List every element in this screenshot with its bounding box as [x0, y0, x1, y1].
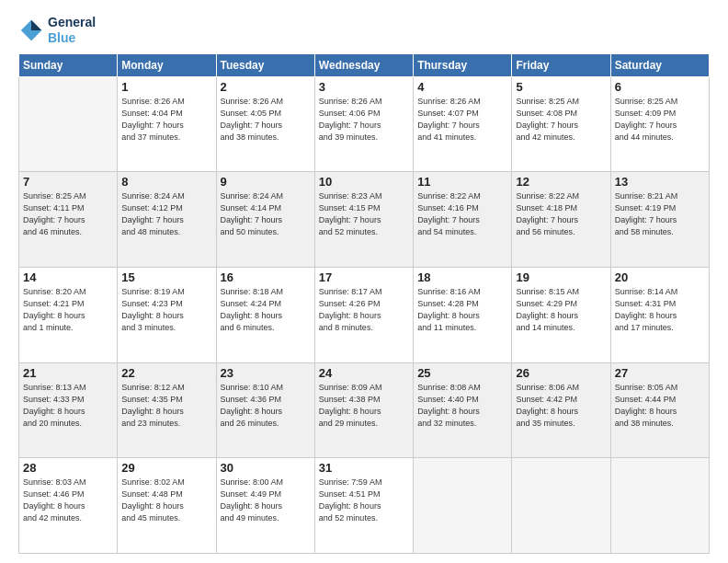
- logo-text: General Blue: [48, 15, 96, 46]
- calendar-header-thursday: Thursday: [414, 53, 512, 76]
- day-number: 8: [121, 175, 211, 189]
- day-number: 22: [121, 366, 211, 380]
- day-number: 2: [221, 80, 311, 94]
- day-info: Sunrise: 8:23 AM Sunset: 4:15 PM Dayligh…: [319, 190, 409, 238]
- day-number: 10: [319, 175, 409, 189]
- day-info: Sunrise: 8:06 AM Sunset: 4:42 PM Dayligh…: [516, 382, 606, 430]
- calendar-cell: 4Sunrise: 8:26 AM Sunset: 4:07 PM Daylig…: [414, 76, 512, 172]
- svg-marker-2: [31, 30, 41, 40]
- day-number: 3: [319, 80, 409, 94]
- day-info: Sunrise: 8:26 AM Sunset: 4:07 PM Dayligh…: [417, 96, 507, 144]
- calendar-cell: 7Sunrise: 8:25 AM Sunset: 4:11 PM Daylig…: [19, 172, 118, 268]
- calendar-cell: [610, 458, 709, 554]
- calendar-cell: 13Sunrise: 8:21 AM Sunset: 4:19 PM Dayli…: [610, 172, 709, 268]
- day-info: Sunrise: 8:16 AM Sunset: 4:28 PM Dayligh…: [417, 286, 507, 334]
- svg-marker-1: [31, 20, 41, 30]
- day-info: Sunrise: 8:12 AM Sunset: 4:35 PM Dayligh…: [121, 382, 211, 430]
- calendar-week-2: 7Sunrise: 8:25 AM Sunset: 4:11 PM Daylig…: [19, 172, 710, 268]
- calendar-header-sunday: Sunday: [19, 53, 118, 76]
- day-info: Sunrise: 8:19 AM Sunset: 4:23 PM Dayligh…: [121, 286, 211, 334]
- calendar-cell: 1Sunrise: 8:26 AM Sunset: 4:04 PM Daylig…: [118, 76, 216, 172]
- day-info: Sunrise: 8:24 AM Sunset: 4:14 PM Dayligh…: [221, 190, 311, 238]
- day-number: 14: [23, 270, 113, 284]
- calendar-cell: 8Sunrise: 8:24 AM Sunset: 4:12 PM Daylig…: [118, 172, 216, 268]
- calendar-cell: [414, 458, 512, 554]
- logo-icon: [18, 17, 44, 43]
- calendar-header-wednesday: Wednesday: [314, 53, 413, 76]
- calendar-cell: 24Sunrise: 8:09 AM Sunset: 4:38 PM Dayli…: [314, 362, 413, 458]
- day-number: 9: [221, 175, 311, 189]
- calendar-cell: 11Sunrise: 8:22 AM Sunset: 4:16 PM Dayli…: [414, 172, 512, 268]
- day-info: Sunrise: 8:26 AM Sunset: 4:06 PM Dayligh…: [319, 96, 409, 144]
- calendar-cell: 29Sunrise: 8:02 AM Sunset: 4:48 PM Dayli…: [118, 458, 216, 554]
- day-number: 16: [221, 270, 311, 284]
- day-number: 13: [615, 175, 705, 189]
- calendar-cell: 23Sunrise: 8:10 AM Sunset: 4:36 PM Dayli…: [216, 362, 314, 458]
- calendar-cell: 6Sunrise: 8:25 AM Sunset: 4:09 PM Daylig…: [610, 76, 709, 172]
- calendar-cell: [512, 458, 610, 554]
- calendar-cell: 17Sunrise: 8:17 AM Sunset: 4:26 PM Dayli…: [314, 267, 413, 362]
- logo: General Blue: [18, 15, 96, 46]
- day-number: 11: [417, 175, 507, 189]
- calendar-cell: 27Sunrise: 8:05 AM Sunset: 4:44 PM Dayli…: [610, 362, 709, 458]
- calendar-header-monday: Monday: [118, 53, 216, 76]
- day-number: 29: [121, 461, 211, 475]
- day-number: 21: [23, 366, 113, 380]
- calendar-cell: 15Sunrise: 8:19 AM Sunset: 4:23 PM Dayli…: [118, 267, 216, 362]
- day-number: 5: [516, 80, 606, 94]
- day-number: 7: [23, 175, 113, 189]
- calendar-cell: 20Sunrise: 8:14 AM Sunset: 4:31 PM Dayli…: [610, 267, 709, 362]
- calendar-week-5: 28Sunrise: 8:03 AM Sunset: 4:46 PM Dayli…: [19, 458, 710, 554]
- day-number: 26: [516, 366, 606, 380]
- calendar-cell: 31Sunrise: 7:59 AM Sunset: 4:51 PM Dayli…: [314, 458, 413, 554]
- day-info: Sunrise: 8:25 AM Sunset: 4:08 PM Dayligh…: [516, 96, 606, 144]
- calendar-cell: 5Sunrise: 8:25 AM Sunset: 4:08 PM Daylig…: [512, 76, 610, 172]
- calendar-cell: 3Sunrise: 8:26 AM Sunset: 4:06 PM Daylig…: [314, 76, 413, 172]
- calendar-cell: 22Sunrise: 8:12 AM Sunset: 4:35 PM Dayli…: [118, 362, 216, 458]
- calendar-header-saturday: Saturday: [610, 53, 709, 76]
- day-number: 6: [615, 80, 705, 94]
- calendar-cell: 26Sunrise: 8:06 AM Sunset: 4:42 PM Dayli…: [512, 362, 610, 458]
- day-info: Sunrise: 8:25 AM Sunset: 4:09 PM Dayligh…: [615, 96, 705, 144]
- day-number: 30: [221, 461, 311, 475]
- calendar-cell: 14Sunrise: 8:20 AM Sunset: 4:21 PM Dayli…: [19, 267, 118, 362]
- calendar-cell: 10Sunrise: 8:23 AM Sunset: 4:15 PM Dayli…: [314, 172, 413, 268]
- day-info: Sunrise: 8:17 AM Sunset: 4:26 PM Dayligh…: [319, 286, 409, 334]
- day-number: 1: [121, 80, 211, 94]
- day-info: Sunrise: 8:26 AM Sunset: 4:04 PM Dayligh…: [121, 96, 211, 144]
- day-number: 23: [221, 366, 311, 380]
- day-info: Sunrise: 8:22 AM Sunset: 4:18 PM Dayligh…: [516, 190, 606, 238]
- day-number: 15: [121, 270, 211, 284]
- day-info: Sunrise: 8:00 AM Sunset: 4:49 PM Dayligh…: [221, 477, 311, 524]
- day-number: 17: [319, 270, 409, 284]
- calendar-cell: [19, 76, 118, 172]
- day-number: 25: [417, 366, 507, 380]
- calendar-cell: 25Sunrise: 8:08 AM Sunset: 4:40 PM Dayli…: [414, 362, 512, 458]
- day-number: 24: [319, 366, 409, 380]
- calendar-week-3: 14Sunrise: 8:20 AM Sunset: 4:21 PM Dayli…: [19, 267, 710, 362]
- day-info: Sunrise: 8:25 AM Sunset: 4:11 PM Dayligh…: [23, 190, 113, 238]
- day-info: Sunrise: 8:14 AM Sunset: 4:31 PM Dayligh…: [615, 286, 705, 334]
- day-info: Sunrise: 8:21 AM Sunset: 4:19 PM Dayligh…: [615, 190, 705, 238]
- day-number: 12: [516, 175, 606, 189]
- calendar-cell: 19Sunrise: 8:15 AM Sunset: 4:29 PM Dayli…: [512, 267, 610, 362]
- calendar: SundayMondayTuesdayWednesdayThursdayFrid…: [18, 53, 710, 554]
- day-info: Sunrise: 8:05 AM Sunset: 4:44 PM Dayligh…: [615, 382, 705, 430]
- calendar-cell: 12Sunrise: 8:22 AM Sunset: 4:18 PM Dayli…: [512, 172, 610, 268]
- day-info: Sunrise: 8:24 AM Sunset: 4:12 PM Dayligh…: [121, 190, 211, 238]
- calendar-week-4: 21Sunrise: 8:13 AM Sunset: 4:33 PM Dayli…: [19, 362, 710, 458]
- day-number: 28: [23, 461, 113, 475]
- calendar-week-1: 1Sunrise: 8:26 AM Sunset: 4:04 PM Daylig…: [19, 76, 710, 172]
- calendar-cell: 18Sunrise: 8:16 AM Sunset: 4:28 PM Dayli…: [414, 267, 512, 362]
- day-number: 19: [516, 270, 606, 284]
- day-number: 27: [615, 366, 705, 380]
- day-info: Sunrise: 8:20 AM Sunset: 4:21 PM Dayligh…: [23, 286, 113, 334]
- header: General Blue: [18, 15, 710, 46]
- day-info: Sunrise: 8:10 AM Sunset: 4:36 PM Dayligh…: [221, 382, 311, 430]
- day-info: Sunrise: 8:08 AM Sunset: 4:40 PM Dayligh…: [417, 382, 507, 430]
- calendar-cell: 30Sunrise: 8:00 AM Sunset: 4:49 PM Dayli…: [216, 458, 314, 554]
- calendar-header-row: SundayMondayTuesdayWednesdayThursdayFrid…: [19, 53, 710, 76]
- day-info: Sunrise: 8:09 AM Sunset: 4:38 PM Dayligh…: [319, 382, 409, 430]
- calendar-cell: 16Sunrise: 8:18 AM Sunset: 4:24 PM Dayli…: [216, 267, 314, 362]
- day-info: Sunrise: 8:13 AM Sunset: 4:33 PM Dayligh…: [23, 382, 113, 430]
